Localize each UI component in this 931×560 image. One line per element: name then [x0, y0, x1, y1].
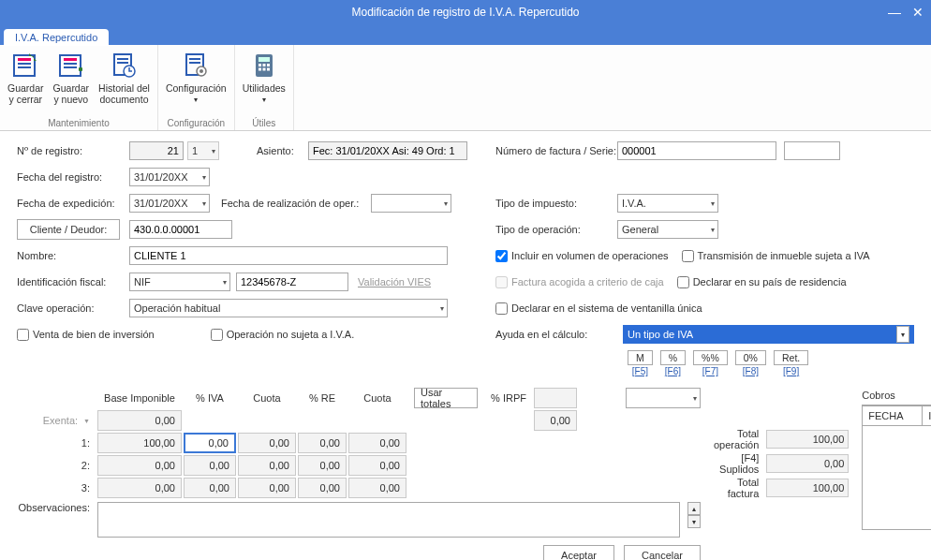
save-close-button[interactable]: Guardar y cerrar — [7, 51, 44, 105]
r3-pct-iva[interactable]: 0,00 — [184, 478, 236, 498]
r2-re[interactable]: 0,00 — [298, 455, 347, 476]
irpf-amount[interactable]: 0,00 — [534, 410, 577, 431]
iva-grid-header: Base Imponible % IVA Cuota % RE Cuota Us… — [17, 388, 701, 408]
irpf-pct-input[interactable] — [534, 388, 577, 408]
r2-cuota2[interactable]: 0,00 — [348, 455, 406, 476]
r1-cuota[interactable]: 0,00 — [238, 433, 296, 453]
serie-input[interactable] — [784, 141, 840, 160]
fecha-exp-dropdown[interactable]: 31/01/20XX — [129, 194, 210, 213]
chk-venta-inversion[interactable]: Venta de bien de inversión — [17, 329, 155, 341]
dropdown-icon: ▾ — [194, 96, 198, 104]
svg-rect-24 — [267, 68, 270, 71]
numfac-input[interactable] — [617, 141, 776, 160]
r3-base[interactable]: 0,00 — [97, 478, 182, 498]
calc-pct-button[interactable]: % — [660, 350, 686, 365]
nreg-sub-dropdown[interactable]: 1 — [187, 141, 219, 160]
save-new-button[interactable]: Guardar y nuevo — [53, 51, 90, 105]
svg-rect-20 — [262, 64, 265, 66]
history-button[interactable]: Historial del documento — [98, 51, 150, 105]
minimize-button[interactable]: — — [888, 5, 901, 20]
r1-base[interactable]: 100,00 — [97, 433, 182, 453]
chk-incluir-volumen[interactable]: Incluir en volumen de operaciones — [495, 250, 669, 262]
ribbon-group-label: Mantenimiento — [48, 118, 110, 128]
exenta-dropdown-icon[interactable]: ▼ — [83, 418, 90, 424]
cliente-input[interactable] — [129, 220, 232, 239]
chk-transmision[interactable]: Transmisión de inmueble sujeta a IVA — [682, 250, 870, 262]
calc-0pct-button[interactable]: 0% — [735, 350, 766, 365]
tab-iva-repercutido[interactable]: I.V.A. Repercutido — [4, 29, 109, 46]
calc-button-bar: M[F5] %[F6] %%[F7] 0%[F8] Ret.[F9] — [628, 350, 914, 376]
cliente-button[interactable]: Cliente / Deudor: — [17, 219, 120, 240]
cobros-col-fecha[interactable]: FECHA — [863, 406, 923, 425]
exenta-base[interactable]: 0,00 — [97, 410, 182, 431]
iva-row-exenta: Exenta:▼ 0,00 0,00 — [17, 410, 701, 431]
tipoimp-dropdown[interactable]: I.V.A. — [617, 194, 718, 213]
tipoop-dropdown[interactable]: General — [617, 220, 718, 239]
col-pct-iva: % IVA — [184, 388, 236, 408]
cancel-button[interactable]: Cancelar — [624, 545, 701, 560]
config-button[interactable]: Configuración ▾ — [166, 51, 227, 104]
r1-pct-iva[interactable]: 0,00 — [184, 433, 236, 453]
svg-rect-5 — [64, 58, 77, 61]
history-icon — [109, 51, 139, 81]
idfiscal-num-input[interactable] — [236, 273, 348, 291]
obs-label: Observaciones: — [17, 502, 90, 513]
idfiscal-type-dropdown[interactable]: NIF — [129, 273, 230, 291]
r3-cuota2[interactable]: 0,00 — [348, 478, 406, 498]
tipoimp-label: Tipo de impuesto: — [495, 198, 617, 209]
nreg-input[interactable] — [129, 141, 184, 160]
ribbon-group-config: Configuración ▾ Configuración — [158, 45, 235, 130]
svg-rect-23 — [262, 68, 265, 71]
ribbon-group-label: Útiles — [252, 118, 275, 128]
accept-button[interactable]: Aceptar — [543, 545, 614, 560]
r3-re[interactable]: 0,00 — [298, 478, 347, 498]
observaciones-input[interactable] — [97, 502, 680, 538]
r2-base[interactable]: 0,00 — [97, 455, 182, 476]
iva-row-3: 3: 0,00 0,00 0,00 0,00 0,00 — [17, 478, 701, 498]
nombre-input[interactable] — [129, 246, 448, 265]
chk-ventanilla[interactable]: Declarar en el sistema de ventanilla úni… — [495, 302, 702, 315]
utilities-label: Utilidades — [243, 82, 286, 94]
r2-pct-iva[interactable]: 0,00 — [184, 455, 236, 476]
fecha-exp-label: Fecha de expedición: — [17, 198, 129, 209]
svg-point-16 — [200, 69, 203, 73]
dropdown-icon: ▾ — [262, 96, 266, 104]
svg-rect-21 — [267, 64, 270, 66]
ribbon-group-utils: Utilidades ▾ Útiles — [235, 45, 294, 130]
form-area: Nº de registro: 1 Asiento: Fecha del reg… — [0, 131, 931, 388]
fecha-reg-dropdown[interactable]: 31/01/20XX — [129, 168, 210, 186]
r2-cuota[interactable]: 0,00 — [238, 455, 296, 476]
asiento-input[interactable] — [308, 141, 467, 160]
calc-ret-button[interactable]: Ret. — [774, 350, 808, 365]
close-button[interactable]: ✕ — [912, 5, 924, 20]
cobros-body[interactable] — [863, 426, 931, 529]
suplidos-value[interactable]: 0,00 — [766, 454, 849, 473]
r1-cuota2[interactable]: 0,00 — [348, 433, 406, 453]
ayuda-dropdown[interactable]: Un tipo de IVA▾ — [623, 325, 914, 344]
obs-up-button[interactable]: ▴ — [687, 502, 701, 515]
calc-m-button[interactable]: M — [628, 350, 653, 365]
utilities-button[interactable]: Utilidades ▾ — [243, 51, 286, 104]
cobros-col-importe[interactable]: IMPORTE — [923, 406, 931, 425]
r3-cuota[interactable]: 0,00 — [238, 478, 296, 498]
svg-rect-1 — [18, 58, 31, 61]
col-cuota: Cuota — [238, 388, 296, 408]
calc-pctpct-button[interactable]: %% — [693, 350, 728, 365]
col-irpf: % IRPF — [485, 388, 532, 408]
dialog-buttons: Aceptar Cancelar — [17, 538, 701, 560]
clave-dropdown[interactable]: Operación habitual — [129, 299, 448, 317]
vies-link[interactable]: Validación VIES — [358, 276, 431, 287]
extra-dropdown[interactable] — [626, 388, 701, 408]
r1-re[interactable]: 0,00 — [298, 433, 347, 453]
chk-no-sujeta[interactable]: Operación no sujeta a I.V.A. — [211, 329, 355, 341]
col-pct-re: % RE — [298, 388, 347, 408]
col-base: Base Imponible — [97, 388, 182, 408]
fecha-oper-dropdown[interactable] — [371, 194, 451, 213]
svg-rect-3 — [18, 66, 31, 68]
chk-pais-residencia[interactable]: Declarar en su país de residencia — [677, 276, 847, 288]
obs-down-button[interactable]: ▾ — [687, 515, 701, 528]
ribbon-group-mantenimiento: Guardar y cerrar Guardar y nuevo Histori… — [0, 45, 158, 130]
cobros-table: FECHA IMPORTE E — [862, 405, 931, 530]
svg-rect-22 — [259, 68, 261, 71]
usar-totales-button[interactable]: Usar totales — [414, 388, 478, 408]
